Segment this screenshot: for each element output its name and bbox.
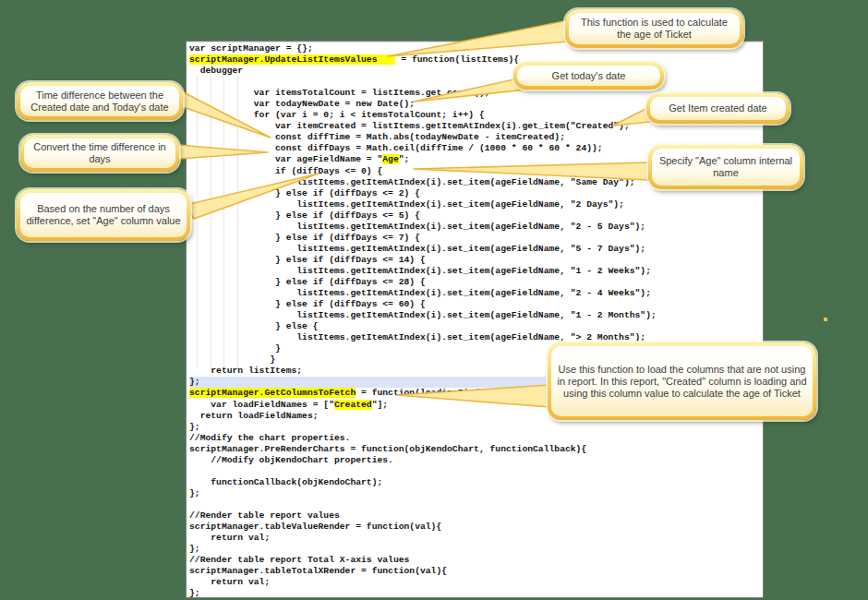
- code-line: //Modify objKendoChart properties.: [189, 455, 763, 466]
- callout-text: This function is used to calculate the a…: [574, 17, 734, 41]
- highlighted-code: Age: [382, 154, 398, 164]
- highlighted-code: Created: [334, 400, 372, 410]
- code-line: [189, 466, 763, 477]
- code-line: functionCallback(objKendoChart);: [189, 477, 763, 488]
- callout-item-created: Get Item created date: [646, 93, 790, 124]
- callout-text: Time difference between the Created date…: [26, 90, 174, 114]
- code-line: } else if (diffDays <= 14) {: [189, 255, 763, 266]
- code-line: scriptManager.tableValueRender = functio…: [189, 522, 763, 533]
- code-line: scriptManager.tableTotalXRender = functi…: [189, 566, 763, 577]
- code-line: };: [189, 544, 763, 555]
- annotated-code-screenshot: var scriptManager = {};scriptManager.Upd…: [0, 0, 868, 600]
- code-line: return val;: [189, 577, 763, 588]
- code-line: debugger: [189, 66, 763, 77]
- highlighted-code: scriptManager.GetColumnsToFetch: [189, 388, 356, 398]
- callout-specify-age: Specify "Age" column internal name: [648, 145, 803, 189]
- callout-text: Get Item created date: [669, 102, 766, 114]
- code-line: scriptManager.PreRenderCharts = function…: [189, 444, 763, 455]
- code-line: } else if (diffDays <= 60) {: [189, 299, 763, 310]
- callout-text: Get today's date: [552, 70, 626, 82]
- code-line: } else {: [189, 321, 763, 332]
- code-line: //Render table report Total X-axis value…: [189, 555, 763, 566]
- code-line: listItems.getItemAtIndex(i).set_item(age…: [189, 288, 763, 299]
- code-line: scriptManager.UpdateListItemsValues = fu…: [189, 54, 763, 66]
- code-line: listItems.getItemAtIndex(i).set_item(age…: [189, 244, 763, 255]
- callout-text: Based on the number of days difference, …: [26, 203, 181, 227]
- code-lines: var scriptManager = {};scriptManager.Upd…: [187, 42, 763, 598]
- code-line: //Render table report values: [189, 510, 763, 522]
- callout-set-age-value: Based on the number of days difference, …: [17, 189, 190, 241]
- callout-columns-to-fetch: Use this function to load the columns th…: [548, 342, 816, 420]
- callout-text: Convert the time difference in days: [30, 141, 170, 165]
- code-line: //Modify the chart properties.: [189, 433, 763, 444]
- code-line: const diffTime = Math.abs(todayNewDate -…: [189, 132, 763, 143]
- highlighted-code: scriptManager.UpdateListItemsValues: [189, 54, 395, 65]
- code-line: } else if (diffDays <= 5) {: [189, 210, 763, 222]
- callout-text: Specify "Age" column internal name: [657, 155, 794, 179]
- code-line: listItems.getItemAtIndex(i).set_item(age…: [189, 199, 763, 210]
- code-line: listItems.getItemAtIndex(i).set_item(age…: [189, 266, 763, 277]
- code-line: listItems.getItemAtIndex(i).set_item(age…: [189, 310, 763, 321]
- code-line: };: [189, 588, 763, 598]
- callout-todays-date: Get today's date: [513, 62, 664, 90]
- code-line: } else if (diffDays <= 2) {: [189, 188, 763, 199]
- code-editor-area[interactable]: var scriptManager = {};scriptManager.Upd…: [186, 41, 764, 598]
- stray-marker-dot: [824, 318, 827, 321]
- code-line: } else if (diffDays <= 7) {: [189, 233, 763, 244]
- code-line: [189, 499, 763, 510]
- code-line: [189, 77, 763, 88]
- code-line: } else if (diffDays <= 28) {: [189, 277, 763, 288]
- callout-calc-age: This function is used to calculate the a…: [565, 9, 743, 48]
- code-line: };: [189, 488, 763, 499]
- code-line: };: [189, 422, 763, 433]
- callout-text: Use this function to load the columns th…: [557, 364, 807, 400]
- code-line: return val;: [189, 533, 763, 544]
- code-line: listItems.getItemAtIndex(i).set_item(age…: [189, 222, 763, 233]
- callout-convert-days: Convert the time difference in days: [20, 135, 179, 172]
- callout-time-diff: Time difference between the Created date…: [17, 82, 183, 120]
